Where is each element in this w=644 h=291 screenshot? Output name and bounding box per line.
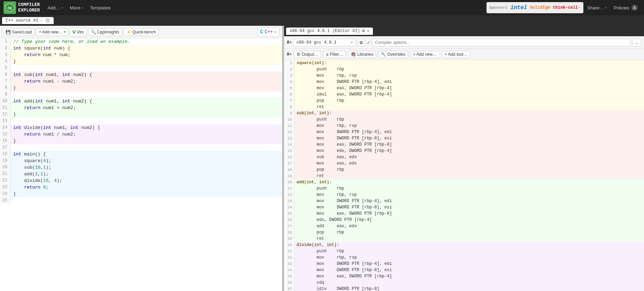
- asm-tab-close[interactable]: ×: [367, 29, 370, 34]
- external-link-button[interactable]: ⧉: [357, 39, 365, 46]
- source-line: 21 add(1,1);: [0, 171, 282, 177]
- asm-line-content: mov DWORD PTR [rbp-4], edi: [294, 198, 644, 204]
- line-content[interactable]: add(1,1);: [10, 171, 282, 177]
- line-content[interactable]: }: [10, 191, 282, 197]
- share-nav-button[interactable]: Share… ▾: [585, 4, 610, 12]
- source-line: 6int sub(int num1, int num2) {: [0, 71, 282, 78]
- policies-nav-button[interactable]: Policies A: [611, 3, 641, 12]
- line-content[interactable]: int square(int num) {: [10, 45, 282, 52]
- source-line: 15 return num1 / num2;: [0, 131, 282, 138]
- add-tool-button[interactable]: + Add tool…: [442, 51, 470, 58]
- source-tab-pencil: ✎: [40, 18, 43, 23]
- line-content[interactable]: return 0;: [10, 184, 282, 191]
- user-icon: A: [631, 5, 638, 11]
- source-line: 4}: [0, 58, 282, 65]
- more-dropdown-arrow: ▾: [81, 6, 83, 10]
- save-load-label: Save/Load: [12, 30, 32, 35]
- asm-line-content: pop rbp: [294, 167, 644, 173]
- asm-line-content: ret: [294, 236, 644, 242]
- line-content[interactable]: return num1 + num2;: [10, 105, 282, 111]
- compiler-arrow: ▾: [351, 40, 353, 45]
- add-new-sec-button[interactable]: + Add new…: [410, 51, 439, 58]
- asm-tab[interactable]: x86-64 gcc 4.8.1 (Editor #1) ⧉ ×: [286, 28, 373, 35]
- line-content[interactable]: }: [10, 58, 282, 65]
- line-content[interactable]: [10, 91, 282, 98]
- line-content[interactable]: // Type your code here, or load an examp…: [10, 38, 282, 45]
- line-content[interactable]: [10, 118, 282, 124]
- asm-line: 24 mov DWORD PTR [rbp-8], esi: [284, 204, 644, 210]
- line-number: 9: [0, 91, 10, 98]
- asm-line: 2 push rbp: [284, 66, 644, 72]
- right-secondary-toolbar: A▾ ⚙ Output… ⧖ Filter… 📚 Libraries 🔧 Ove…: [284, 49, 644, 60]
- intel-sponsor-logo: intel: [511, 5, 527, 11]
- output-button[interactable]: ⚙ Output…: [294, 51, 321, 58]
- line-content[interactable]: return num1 / num2;: [10, 131, 282, 138]
- asm-line-number: 5: [284, 85, 294, 91]
- asm-line-number: 29: [284, 236, 294, 242]
- line-number: 5: [0, 65, 10, 71]
- asm-line-number: 23: [284, 198, 294, 204]
- filter-label: Filter…: [330, 52, 343, 57]
- asm-line-content: ret: [294, 104, 644, 110]
- asm-line-number: 33: [284, 261, 294, 267]
- quick-bench-button[interactable]: ⚡ Quick-bench: [123, 28, 159, 36]
- line-content[interactable]: [10, 144, 282, 151]
- asm-line-number: 18: [284, 167, 294, 173]
- compiler-explorer-logo: CE: [3, 1, 16, 14]
- compiler-options-input[interactable]: [372, 39, 631, 46]
- line-content[interactable]: return num * num;: [10, 52, 282, 58]
- line-number: 25: [0, 197, 10, 204]
- line-number: 18: [0, 151, 10, 158]
- line-content[interactable]: int main() {: [10, 151, 282, 158]
- templates-nav-button[interactable]: Templates: [87, 4, 113, 12]
- asm-line-content: mov DWORD PTR [rbp-4], edi: [294, 129, 644, 135]
- line-content[interactable]: return num1 - num2;: [10, 78, 282, 85]
- line-content[interactable]: sub(10,1);: [10, 164, 282, 171]
- save-load-button[interactable]: 💾 Save/Load: [3, 28, 34, 36]
- line-number: 24: [0, 191, 10, 197]
- libraries-button[interactable]: 📚 Libraries: [348, 51, 376, 58]
- line-content[interactable]: divide(16, 4);: [10, 177, 282, 184]
- language-selector[interactable]: C C++ ▾: [257, 28, 279, 37]
- line-content[interactable]: int divide(int num1, int num2) {: [10, 124, 282, 131]
- cpp-insights-button[interactable]: 🔍 CppInsights: [88, 28, 122, 36]
- maximize-icon[interactable]: □: [45, 18, 50, 23]
- source-tab[interactable]: C++ source #1 ✎ □: [2, 17, 54, 24]
- add-new-button[interactable]: + Add new… ▾: [36, 28, 68, 36]
- filter-button[interactable]: ⧖ Filter…: [323, 51, 346, 58]
- asm-line-content: mov eax, DWORD PTR [rbp-4]: [294, 85, 644, 91]
- asm-line: 18 pop rbp: [284, 167, 644, 173]
- line-content[interactable]: }: [10, 138, 282, 144]
- line-content[interactable]: [10, 197, 282, 204]
- asm-line: 30divide(int, int):: [284, 242, 644, 248]
- right-panel: x86-64 gcc 4.8.1 (Editor #1) ⧉ × A▾ x86-…: [284, 26, 644, 291]
- asm-tab-external-icon: ⧉: [362, 29, 365, 33]
- asm-line-content: pop rbp: [294, 98, 644, 104]
- options-expand-button[interactable]: …: [632, 39, 641, 46]
- source-line: 1// Type your code here, or load an exam…: [0, 38, 282, 45]
- output-label: Output…: [301, 52, 318, 57]
- source-tab-label: C++ source #1: [6, 18, 38, 23]
- more-nav-button[interactable]: More ▾: [67, 4, 86, 12]
- add-nav-button[interactable]: Add… ▾: [45, 4, 66, 12]
- line-content[interactable]: }: [10, 111, 282, 118]
- asm-line: 29 ret: [284, 236, 644, 242]
- source-line: 14int divide(int num1, int num2) {: [0, 124, 282, 131]
- line-content[interactable]: square(4);: [10, 158, 282, 164]
- overrides-button[interactable]: 🔧 Overrides: [378, 51, 408, 58]
- asm-line-content: mov eax, DWORD PTR [rbp-8]: [294, 210, 644, 217]
- compiler-selector[interactable]: x86-64 gcc 4.8.1 ▾: [293, 39, 356, 46]
- line-content[interactable]: }: [10, 85, 282, 91]
- vim-button[interactable]: V Vim: [70, 28, 87, 36]
- gear-icon: ⚙: [297, 52, 300, 57]
- asm-output[interactable]: 1square(int):2 push rbp3 mov rbp, rsp4 m…: [284, 60, 644, 291]
- line-content[interactable]: int add(int num1, int num2) {: [10, 98, 282, 105]
- asm-line-number: 36: [284, 279, 294, 286]
- logo-text-line2: EXPLORER: [18, 8, 40, 13]
- source-line: 2int square(int num) {: [0, 45, 282, 52]
- line-content[interactable]: [10, 65, 282, 71]
- line-content[interactable]: int sub(int num1, int num2) {: [10, 71, 282, 78]
- source-line: 20 sub(10,1);: [0, 164, 282, 171]
- asm-line-content: mov edx, DWORD PTR [rbp-4]: [294, 148, 644, 154]
- code-editor[interactable]: 1// Type your code here, or load an exam…: [0, 38, 282, 291]
